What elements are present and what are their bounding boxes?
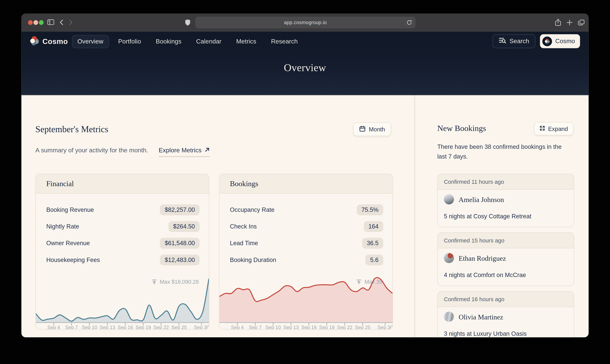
metric-row: Booking Duration5.6: [230, 251, 383, 268]
metric-value-pill: 164: [364, 221, 383, 232]
max-icon: [356, 279, 362, 285]
page-url: app.cosmogroup.io: [284, 20, 327, 25]
nav-item-bookings[interactable]: Bookings: [150, 35, 187, 48]
booking-status: Confirmed 11 hours ago: [444, 179, 504, 185]
guest-avatar: [444, 253, 454, 263]
metric-value-pill: $82,257.00: [160, 204, 200, 215]
guest-name: Olivia Martinez: [459, 313, 503, 321]
guest-avatar: [444, 312, 454, 322]
booking-card-body: Ethan Rodriguez4 nights at Comfort on Mc…: [438, 248, 574, 286]
guest-name: Amelia Johnson: [459, 196, 504, 204]
month-button[interactable]: Month: [353, 122, 391, 136]
search-icon: [499, 37, 506, 45]
close-button[interactable]: [28, 20, 33, 25]
nav-item-overview[interactable]: Overview: [72, 35, 109, 48]
metric-card-title: Bookings: [230, 179, 258, 188]
metric-value-pill: 36.5: [362, 238, 383, 249]
share-button[interactable]: [555, 19, 561, 28]
brand-name: Cosmo: [42, 37, 68, 46]
metric-row-label: Nightly Rate: [46, 223, 79, 230]
nav-item-metrics[interactable]: Metrics: [231, 35, 262, 48]
axis-label: Sep 10: [265, 325, 281, 329]
axis-label: Sep 22: [337, 325, 352, 329]
max-annotation: Max $18,090.28: [151, 279, 199, 285]
metric-row: Housekeeping Fees$12,483.00: [46, 251, 199, 268]
brand-logo-icon: [29, 36, 40, 48]
axis-label: Sep 16: [118, 325, 133, 329]
booking-card[interactable]: Confirmed 16 hours agoOlivia Martinez3 n…: [437, 291, 574, 337]
axis-label: Sep 25: [355, 325, 371, 329]
expand-icon: [540, 125, 545, 132]
forward-button[interactable]: [69, 19, 73, 25]
booking-card-header: Confirmed 11 hours ago: [438, 174, 574, 190]
browser-chrome: app.cosmogroup.io: [21, 14, 589, 32]
metric-card-header: Financial: [36, 174, 209, 194]
axis-label: Sep 19: [136, 325, 151, 329]
explore-metrics-link[interactable]: Explore Metrics: [159, 147, 210, 157]
search-label: Search: [510, 38, 529, 45]
new-bookings-heading: New Bookings: [437, 124, 486, 133]
booking-details: 5 nights at Cosy Cottage Retreat: [444, 213, 531, 220]
chart-axis: Sep 4Sep 7Sep 10Sep 13Sep 16Sep 19Sep 22…: [36, 322, 209, 330]
metric-card-title: Financial: [46, 179, 74, 188]
brand[interactable]: Cosmo: [29, 35, 68, 48]
metric-row-label: Check Ins: [230, 223, 257, 230]
metric-row-label: Housekeeping Fees: [46, 256, 100, 263]
booking-details: 4 nights at Comfort on McCrae: [444, 272, 526, 279]
new-bookings-summary: There have been 38 confirmed bookings in…: [437, 142, 571, 161]
month-label: Month: [369, 126, 385, 132]
minimize-button[interactable]: [33, 20, 38, 25]
new-tab-button[interactable]: [567, 19, 573, 27]
metric-row-label: Owner Revenue: [46, 240, 90, 247]
search-button[interactable]: Search: [492, 34, 535, 48]
metrics-summary: A summary of your activity for the month…: [35, 147, 148, 154]
sidebar-toggle-button[interactable]: [47, 19, 55, 25]
ne-arrow-icon: [205, 147, 210, 154]
axis-label: Sep 4: [47, 325, 60, 329]
back-button[interactable]: [60, 19, 63, 25]
metric-row-label: Occupancy Rate: [230, 206, 275, 213]
booking-card-body: Amelia Johnson5 nights at Cosy Cottage R…: [438, 190, 574, 227]
axis-label: Sep 25: [171, 325, 187, 329]
chart-axis: Sep 4Sep 7Sep 10Sep 13Sep 16Sep 19Sep 22…: [219, 322, 392, 330]
booking-card[interactable]: Confirmed 15 hours agoEthan Rodriguez4 n…: [437, 232, 574, 286]
nav-item-research[interactable]: Research: [266, 35, 303, 48]
account-button[interactable]: Cosmo: [540, 34, 580, 48]
metric-card-financial: FinancialBooking Revenue$82,257.00Nightl…: [35, 174, 209, 330]
metric-row: Check Ins164: [230, 218, 383, 235]
nav-item-calendar[interactable]: Calendar: [191, 35, 227, 48]
axis-label: Sep 30: [194, 325, 209, 329]
booking-card[interactable]: Confirmed 11 hours agoAmelia Johnson5 ni…: [437, 174, 574, 227]
zoom-button[interactable]: [39, 20, 43, 25]
booking-card-header: Confirmed 15 hours ago: [438, 233, 574, 248]
reload-button[interactable]: [406, 20, 412, 27]
axis-label: Sep 16: [301, 325, 317, 329]
metric-row: Occupancy Rate75.5%: [230, 201, 383, 218]
metrics-heading: September's Metrics: [35, 124, 108, 135]
expand-button[interactable]: Expand: [534, 122, 573, 135]
account-name: Cosmo: [555, 38, 575, 45]
metric-value-pill: 5.6: [365, 254, 383, 265]
metric-rows: Occupancy Rate75.5%Check Ins164Lead Time…: [219, 194, 392, 268]
metric-card-header: Bookings: [219, 174, 392, 194]
booking-card-header: Confirmed 16 hours ago: [438, 291, 574, 307]
metric-row-label: Lead Time: [230, 240, 258, 247]
axis-label: Sep 22: [153, 325, 169, 329]
tab-overview-button[interactable]: [578, 19, 585, 27]
metric-value-pill: $12,483.00: [160, 254, 200, 265]
page-title: Overview: [21, 62, 589, 74]
metric-row-label: Booking Revenue: [46, 206, 94, 213]
content: September's Metrics Month A summary of y…: [21, 95, 589, 337]
max-annotation: Max 35: [356, 279, 382, 285]
max-icon: [151, 279, 157, 285]
nav-item-portfolio[interactable]: Portfolio: [113, 35, 146, 48]
masthead: Cosmo OverviewPortfolioBookingsCalendarM…: [21, 31, 589, 95]
bookings-chart: Max 35: [219, 276, 392, 322]
guest-name: Ethan Rodriguez: [459, 255, 506, 263]
url-bar[interactable]: app.cosmogroup.io: [195, 17, 416, 28]
axis-label: Sep 10: [82, 325, 97, 329]
metric-value-pill: $61,548.00: [160, 238, 200, 249]
explore-metrics-label: Explore Metrics: [159, 147, 202, 154]
financial-chart: Max $18,090.28: [36, 276, 209, 322]
axis-label: Sep 30: [378, 325, 393, 329]
